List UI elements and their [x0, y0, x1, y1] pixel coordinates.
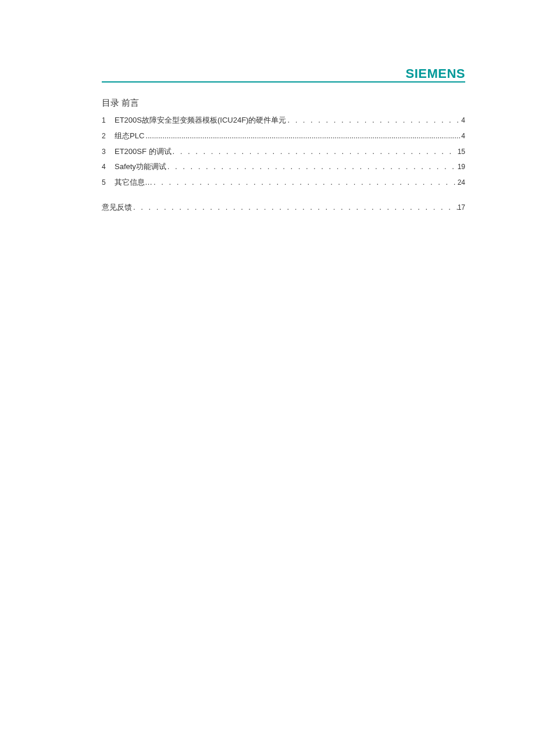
toc-item-page: 24	[458, 177, 465, 188]
toc-leader: . . . . . . . . . . . . . . . . . . . . …	[286, 114, 461, 127]
toc-item-number: 1	[102, 115, 115, 126]
toc-heading: 目录 前言	[102, 98, 465, 109]
toc-item: 1 ET200S故障安全型变频器模板(ICU24F)的硬件单元 . . . . …	[102, 114, 465, 127]
toc-item-number: 4	[102, 162, 115, 173]
toc-item: 4 Safety功能调试 . . . . . . . . . . . . . .…	[102, 161, 465, 173]
header-rule: SIEMENS	[102, 81, 465, 83]
toc-item-number: 5	[102, 177, 115, 188]
feedback-page: 17	[458, 202, 465, 213]
toc-item-title: 其它信息…	[115, 177, 152, 189]
feedback-item: 意见反馈 . . . . . . . . . . . . . . . . . .…	[102, 202, 465, 214]
toc-item-page: 19	[458, 162, 465, 173]
toc-list: 1 ET200S故障安全型变频器模板(ICU24F)的硬件单元 . . . . …	[102, 114, 465, 189]
toc-item-title: Safety功能调试	[115, 161, 166, 173]
toc-item: 3 ET200SF 的调试 . . . . . . . . . . . . . …	[102, 146, 465, 158]
brand-logo: SIEMENS	[405, 66, 465, 81]
toc-item-title: ET200SF 的调试	[115, 146, 172, 158]
toc-leader: . . . . . . . . . . . . . . . . . . . . …	[152, 177, 458, 189]
toc-item: 5 其它信息… . . . . . . . . . . . . . . . . …	[102, 177, 465, 189]
feedback-title: 意见反馈	[102, 202, 132, 214]
toc-leader: ........................................…	[144, 130, 461, 142]
toc-leader: . . . . . . . . . . . . . . . . . . . . …	[166, 161, 458, 173]
toc-item-page: 4	[461, 131, 465, 142]
toc-item-page: 4	[461, 115, 465, 126]
toc-item-number: 3	[102, 146, 115, 157]
toc-item-title: ET200S故障安全型变频器模板(ICU24F)的硬件单元	[115, 114, 286, 127]
toc-feedback-section: 意见反馈 . . . . . . . . . . . . . . . . . .…	[102, 202, 465, 214]
toc-leader: . . . . . . . . . . . . . . . . . . . . …	[172, 146, 458, 158]
feedback-leader: . . . . . . . . . . . . . . . . . . . . …	[132, 202, 458, 214]
toc-item-page: 15	[458, 146, 465, 157]
toc-item-title: 组态PLC	[115, 130, 144, 142]
toc-item-number: 2	[102, 131, 115, 142]
toc-item: 2 组态PLC ................................…	[102, 130, 465, 142]
